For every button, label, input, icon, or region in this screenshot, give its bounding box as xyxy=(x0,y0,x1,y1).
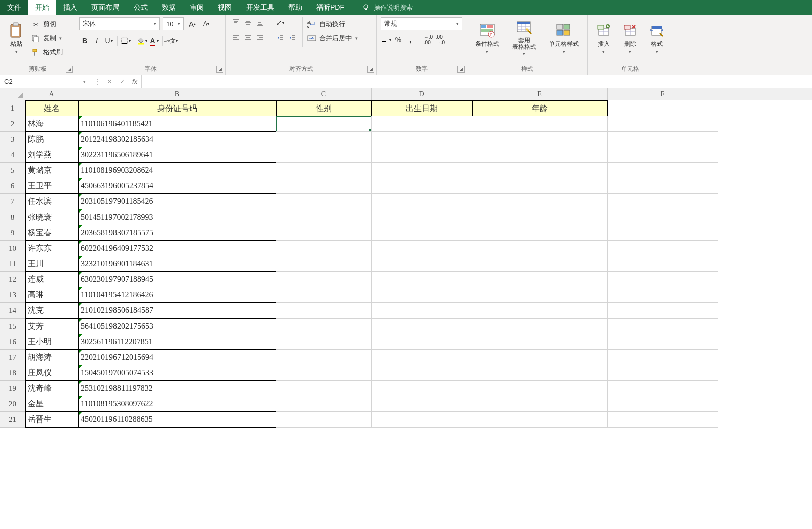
cell[interactable]: 沈奇峰 xyxy=(25,381,78,396)
cell[interactable]: 身份证号码 xyxy=(78,100,276,116)
cell[interactable] xyxy=(472,225,608,241)
tab-view[interactable]: 视图 xyxy=(211,0,239,15)
cell[interactable] xyxy=(372,350,472,365)
dialog-launcher-icon[interactable]: ◢ xyxy=(367,66,374,73)
font-size-combo[interactable]: 10▾ xyxy=(163,17,184,30)
tab-help[interactable]: 帮助 xyxy=(281,0,309,15)
name-box[interactable]: C2 ▾ xyxy=(0,75,90,88)
row-header[interactable]: 21 xyxy=(0,412,25,428)
cell[interactable] xyxy=(608,272,718,287)
col-header[interactable]: B xyxy=(78,88,276,100)
cell[interactable] xyxy=(276,194,372,209)
cell[interactable]: 庄凤仪 xyxy=(25,365,78,381)
row-header[interactable]: 20 xyxy=(0,396,25,412)
cell[interactable] xyxy=(608,412,718,428)
cell[interactable] xyxy=(372,287,472,303)
row-header[interactable]: 19 xyxy=(0,381,25,396)
cell[interactable]: 110108196903208624 xyxy=(78,163,276,178)
select-all-corner[interactable] xyxy=(0,88,25,100)
cell[interactable] xyxy=(276,147,372,163)
cell[interactable] xyxy=(472,178,608,194)
font-name-combo[interactable]: 宋体▾ xyxy=(79,17,160,30)
cell[interactable] xyxy=(472,365,608,381)
align-bottom-button[interactable] xyxy=(254,17,265,28)
increase-indent-button[interactable] xyxy=(287,32,298,43)
cell[interactable] xyxy=(472,241,608,256)
cell[interactable] xyxy=(608,178,718,194)
cell[interactable]: 刘学燕 xyxy=(25,147,78,163)
cell[interactable] xyxy=(372,194,472,209)
cell[interactable]: 110106196401185421 xyxy=(78,116,276,132)
align-left-button[interactable] xyxy=(230,32,241,43)
dialog-launcher-icon[interactable]: ◢ xyxy=(66,66,73,73)
cell[interactable] xyxy=(372,163,472,178)
cell[interactable] xyxy=(276,209,372,225)
cell[interactable] xyxy=(608,303,718,319)
cell[interactable]: 302561196112207851 xyxy=(78,334,276,350)
cell[interactable] xyxy=(372,334,472,350)
align-top-button[interactable] xyxy=(230,17,241,28)
cell[interactable] xyxy=(372,412,472,428)
cell[interactable] xyxy=(472,319,608,334)
align-right-button[interactable] xyxy=(254,32,265,43)
cell[interactable] xyxy=(608,319,718,334)
cell[interactable] xyxy=(276,350,372,365)
cell[interactable] xyxy=(608,225,718,241)
cell[interactable]: 金星 xyxy=(25,396,78,412)
cell[interactable]: 150450197005074533 xyxy=(78,365,276,381)
increase-font-button[interactable]: A▴ xyxy=(187,18,198,29)
cell[interactable]: 302231196506189641 xyxy=(78,147,276,163)
tab-data[interactable]: 数据 xyxy=(155,0,183,15)
cell[interactable] xyxy=(472,132,608,147)
cell[interactable] xyxy=(608,350,718,365)
cell[interactable] xyxy=(608,209,718,225)
row-header[interactable]: 7 xyxy=(0,194,25,209)
cell[interactable] xyxy=(276,319,372,334)
table-format-button[interactable]: 套用 表格格式▾ xyxy=(506,17,542,59)
row-header[interactable]: 5 xyxy=(0,163,25,178)
cell[interactable]: 年龄 xyxy=(472,100,608,116)
cell[interactable] xyxy=(608,116,718,132)
decrease-decimal-button[interactable]: .00→.0 xyxy=(435,34,446,45)
cell[interactable]: 王小明 xyxy=(25,334,78,350)
cell[interactable] xyxy=(472,272,608,287)
cut-button[interactable]: ✂ 剪切 xyxy=(31,18,63,30)
cell[interactable]: 艾芳 xyxy=(25,319,78,334)
cell[interactable]: 203658198307185575 xyxy=(78,225,276,241)
cell[interactable] xyxy=(608,365,718,381)
cell[interactable]: 253102198811197832 xyxy=(78,381,276,396)
tell-me-search[interactable]: 操作说明搜索 xyxy=(362,0,413,15)
row-header[interactable]: 1 xyxy=(0,100,25,116)
col-header[interactable]: E xyxy=(472,88,608,100)
cell[interactable] xyxy=(608,396,718,412)
cell[interactable]: 王卫平 xyxy=(25,178,78,194)
cell[interactable] xyxy=(372,116,472,132)
row-header[interactable]: 17 xyxy=(0,350,25,365)
tab-insert[interactable]: 插入 xyxy=(56,0,84,15)
tab-formulas[interactable]: 公式 xyxy=(127,0,155,15)
cell[interactable] xyxy=(276,178,372,194)
cell[interactable] xyxy=(472,334,608,350)
cell[interactable] xyxy=(372,272,472,287)
cell[interactable] xyxy=(472,163,608,178)
cell[interactable] xyxy=(472,396,608,412)
cell[interactable] xyxy=(472,303,608,319)
cell[interactable] xyxy=(372,381,472,396)
cell[interactable] xyxy=(608,256,718,272)
insert-cells-button[interactable]: 插入▾ xyxy=(592,17,615,59)
row-header[interactable]: 3 xyxy=(0,132,25,147)
decrease-font-button[interactable]: A▾ xyxy=(201,18,212,29)
cell[interactable]: 姓名 xyxy=(25,100,78,116)
row-header[interactable]: 13 xyxy=(0,287,25,303)
number-format-combo[interactable]: 常规▾ xyxy=(381,17,462,30)
tab-foxit[interactable]: 福昕PDF xyxy=(309,0,352,15)
font-color-button[interactable]: A▾ xyxy=(149,35,160,46)
row-header[interactable]: 4 xyxy=(0,147,25,163)
col-header[interactable]: F xyxy=(608,88,718,100)
cell[interactable] xyxy=(372,132,472,147)
cell[interactable] xyxy=(608,147,718,163)
cell[interactable] xyxy=(472,381,608,396)
cell[interactable] xyxy=(472,116,608,132)
col-header[interactable]: A xyxy=(25,88,78,100)
row-header[interactable]: 10 xyxy=(0,241,25,256)
